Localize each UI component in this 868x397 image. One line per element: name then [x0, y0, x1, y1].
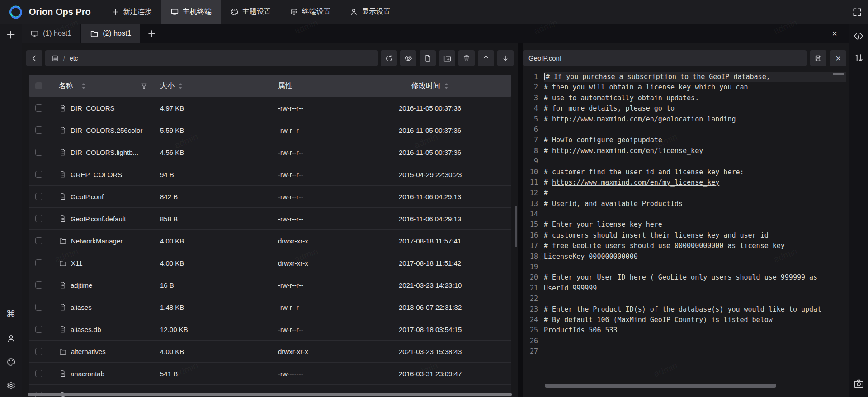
table-row[interactable]: adjtime 16 B -rw-r--r-- 2021-03-23 14:23…	[29, 274, 511, 296]
command-shortcut-button[interactable]: ⌘	[6, 308, 16, 319]
preview-button[interactable]	[400, 50, 416, 66]
editor-line[interactable]: 18 LicenseKey 000000000000	[523, 252, 846, 262]
editor-filename[interactable]: GeoIP.conf	[523, 50, 807, 66]
editor-line[interactable]: 9	[523, 156, 846, 167]
editor-line[interactable]: 3 # use to automatically obtain updates.	[523, 93, 846, 103]
editor-line[interactable]: 1 # If you purchase a subscription to th…	[523, 72, 846, 82]
editor-line[interactable]: 7 # HowTo configure geoipupdate	[523, 135, 846, 145]
line-content[interactable]: # Enter your User ID here ( GeoLite only…	[544, 272, 846, 283]
file-name[interactable]: GREP_COLORS	[71, 171, 122, 178]
table-row[interactable]: X11 4.00 KB drwxr-xr-x 2017-08-18 11:51:…	[29, 252, 511, 274]
sort-order-button[interactable]	[854, 53, 863, 63]
editor-line[interactable]: 25 ProductIds 506 533	[523, 325, 846, 336]
sort-mtime-control[interactable]	[444, 83, 448, 89]
row-checkbox[interactable]	[35, 281, 42, 289]
editor-horizontal-scrollbar[interactable]	[545, 384, 776, 388]
file-name[interactable]: aliases.db	[71, 326, 101, 333]
fullscreen-button[interactable]	[853, 8, 862, 17]
table-row[interactable]: aliases 1.48 KB -rw-r--r-- 2013-06-07 22…	[29, 296, 511, 318]
horizontal-scrollbar[interactable]	[28, 393, 512, 396]
breadcrumb-path[interactable]: etc	[70, 55, 78, 62]
table-row[interactable]: aliases.db 12.00 KB -rw-r--r-- 2017-08-1…	[29, 318, 511, 341]
editor-line[interactable]: 6	[523, 125, 846, 135]
file-name[interactable]: DIR_COLORS	[71, 104, 115, 112]
line-content[interactable]: ProductIds 506 533	[544, 325, 846, 336]
nav-item-display-settings[interactable]: 显示设置	[340, 0, 400, 24]
user-button[interactable]	[7, 334, 15, 343]
column-name-header[interactable]: 名称	[48, 81, 154, 91]
nav-item-theme-settings[interactable]: 主题设置	[221, 0, 281, 24]
row-checkbox[interactable]	[35, 149, 42, 156]
file-name[interactable]: anacrontab	[71, 370, 104, 378]
settings-button[interactable]	[7, 381, 15, 390]
line-content[interactable]: # Enter your license key here	[544, 220, 846, 230]
column-mtime-header[interactable]: 修改时间	[380, 81, 511, 91]
line-content[interactable]: # use to automatically obtain updates.	[544, 93, 846, 103]
table-row[interactable]: GeoIP.conf.default 858 B -rw-r--r-- 2016…	[29, 208, 511, 230]
editor-line[interactable]: 10 # customer find the user_id and licen…	[523, 167, 846, 177]
file-name[interactable]: aliases	[71, 304, 92, 311]
row-checkbox[interactable]	[35, 237, 42, 244]
new-tab-button[interactable]	[141, 24, 162, 43]
file-name[interactable]: alternatives	[71, 348, 106, 355]
row-checkbox[interactable]	[35, 104, 42, 112]
editor-line[interactable]: 15 # Enter your license key here	[523, 220, 846, 230]
tab-host1-terminal[interactable]: (1) host1	[22, 24, 80, 43]
line-content[interactable]	[544, 209, 846, 220]
line-content[interactable]	[544, 294, 846, 304]
file-name[interactable]: NetworkManager	[71, 237, 123, 245]
line-content[interactable]: UserId 999999	[544, 283, 846, 294]
row-checkbox[interactable]	[35, 193, 42, 200]
new-file-button[interactable]	[420, 50, 436, 66]
vertical-scrollbar[interactable]	[515, 206, 517, 247]
editor-line[interactable]: 8 # http://www.maxmind.com/en/license_ke…	[523, 146, 846, 156]
editor-line[interactable]: 4 # for more details, please go to	[523, 103, 846, 114]
tab-host1-sftp[interactable]: (2) host1	[81, 24, 140, 43]
select-all-checkbox[interactable]	[35, 82, 42, 89]
save-button[interactable]	[810, 50, 826, 66]
theme-button[interactable]	[7, 358, 15, 366]
table-row[interactable]: GeoIP.conf 842 B -rw-r--r-- 2016-11-06 0…	[29, 186, 511, 208]
line-content[interactable]: # customer find the user_id and license …	[544, 167, 846, 177]
editor-line[interactable]: 19	[523, 262, 846, 272]
file-name[interactable]: GeoIP.conf	[71, 193, 104, 201]
line-content[interactable]: # free GeoLite users should use 00000000…	[544, 241, 846, 251]
line-content[interactable]: # https://www.maxmind.com/en/my_license_…	[544, 177, 846, 188]
line-content[interactable]: # UserId, and available ProductIds	[544, 199, 846, 209]
line-content[interactable]	[544, 125, 846, 135]
table-row[interactable]: DIR_COLORS 4.97 KB -rw-r--r-- 2016-11-05…	[29, 97, 511, 119]
close-editor-button[interactable]: ×	[830, 50, 846, 66]
line-content[interactable]: # By default 106 (MaxMind GeoIP Country)…	[544, 315, 846, 325]
row-checkbox[interactable]	[35, 126, 42, 134]
line-content[interactable]: # http://www.maxmind.com/en/license_key	[544, 146, 846, 156]
link-text[interactable]: http://www.maxmind.com/en/geolocation_la…	[552, 115, 736, 123]
screenshot-button[interactable]	[854, 378, 864, 397]
line-content[interactable]: # If you purchase a subscription to the …	[544, 72, 846, 82]
editor-line[interactable]: 14	[523, 209, 846, 220]
code-editor[interactable]: 1 # If you purchase a subscription to th…	[523, 72, 846, 397]
editor-line[interactable]: 22	[523, 294, 846, 304]
line-content[interactable]	[544, 156, 846, 167]
editor-line[interactable]: 13 # UserId, and available ProductIds	[523, 199, 846, 209]
delete-button[interactable]	[458, 50, 475, 66]
editor-line[interactable]: 24 # By default 106 (MaxMind GeoIP Count…	[523, 315, 846, 325]
nav-item-host-terminal[interactable]: 主机终端	[161, 0, 221, 24]
download-button[interactable]	[497, 50, 514, 66]
editor-line[interactable]: 12 #	[523, 188, 846, 198]
line-content[interactable]: # customers should insert their license …	[544, 230, 846, 241]
link-text[interactable]: https://www.maxmind.com/en/my_license_ke…	[552, 178, 719, 187]
editor-line[interactable]: 26	[523, 336, 846, 346]
row-checkbox[interactable]	[35, 215, 42, 222]
code-panel-button[interactable]	[853, 31, 864, 41]
editor-line[interactable]: 27	[523, 346, 846, 357]
editor-scroll-thumb[interactable]	[833, 73, 844, 75]
table-row[interactable]: alternatives 4.00 KB drwxr-xr-x 2021-03-…	[29, 341, 511, 363]
editor-line[interactable]: 17 # free GeoLite users should use 00000…	[523, 241, 846, 251]
line-content[interactable]: LicenseKey 000000000000	[544, 252, 846, 262]
file-name[interactable]: DIR_COLORS.256color	[71, 126, 142, 134]
editor-line[interactable]: 2 # then you will obtain a license key w…	[523, 82, 846, 93]
table-row[interactable]: anacrontab 541 B -rw------- 2016-03-31 2…	[29, 363, 511, 385]
editor-line[interactable]: 11 # https://www.maxmind.com/en/my_licen…	[523, 177, 846, 188]
nav-item-new-connection[interactable]: 新建连接	[103, 0, 161, 24]
editor-line[interactable]: 5 # http://www.maxmind.com/en/geolocatio…	[523, 114, 846, 125]
